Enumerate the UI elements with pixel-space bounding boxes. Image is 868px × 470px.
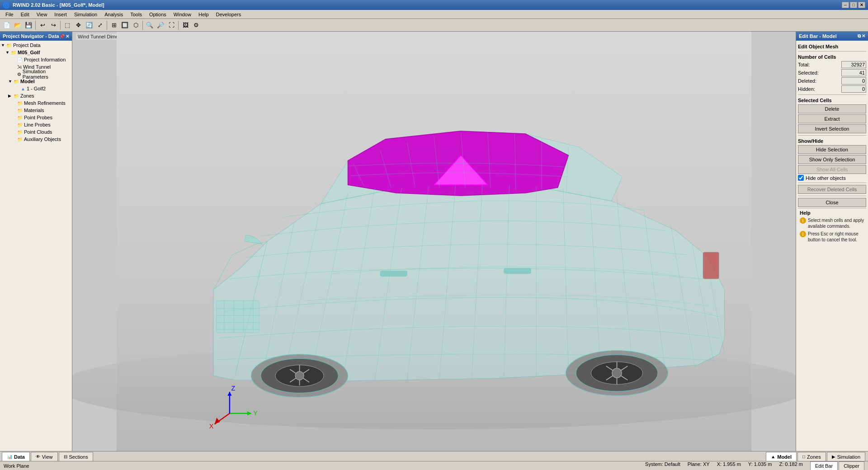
tree-label: Point Probes [24,115,52,120]
doc-icon: 📄 [17,57,23,62]
show-only-selection-button[interactable]: Show Only Selection [798,155,866,164]
menu-edit[interactable]: Edit [17,11,33,18]
menu-developers[interactable]: Developers [212,11,245,18]
expand-project-data[interactable]: ▼ [1,43,5,47]
tree-zones[interactable]: ▶ 📁 Zones [0,92,72,99]
help-item-1: i Select mesh cells and apply available … [800,217,864,229]
status-system: System: Default [645,461,680,470]
tree-sim-params[interactable]: ⚙ Simulation Parameters [0,70,72,78]
toolbar-sep5 [178,21,179,30]
toolbar-select[interactable]: ⬚ [62,20,72,30]
tree-point-clouds[interactable]: 📁 Point Clouds [0,128,72,136]
toolbar-open[interactable]: 📂 [13,20,23,30]
extract-button[interactable]: Extract [798,114,866,123]
maximize-button[interactable]: □ [850,2,857,8]
toolbar-redo[interactable]: ↪ [48,20,58,30]
expand-zones[interactable]: ▶ [8,94,13,98]
tab-view-label: View [42,454,53,460]
tree-materials[interactable]: 📁 Materials [0,107,72,114]
invert-selection-button[interactable]: Invert Selection [798,124,866,133]
toolbar-new[interactable]: 📄 [2,20,12,30]
tree-project-data[interactable]: ▼ 📁 Project Data [0,42,72,49]
folder-icon: 📁 [17,101,23,106]
toolbar-view3d[interactable]: 🔲 [120,20,130,30]
svg-text:Y: Y [253,409,258,417]
tree-label: 1 - Golf2 [27,86,46,91]
folder-icon: 📁 [14,94,19,99]
tab-model[interactable]: ▲ Model [766,452,797,461]
menu-simulation[interactable]: Simulation [71,11,101,18]
menu-tools[interactable]: Tools [127,11,146,18]
close-button[interactable]: ✕ [858,2,865,8]
tree-auxiliary[interactable]: 📁 Auxiliary Objects [0,136,72,143]
hide-selection-button[interactable]: Hide Selection [798,145,866,154]
menu-insert[interactable]: Insert [51,11,71,18]
folder-icon: 📁 [14,79,19,84]
svg-text:Z: Z [231,385,235,392]
tab-view[interactable]: 👁 View [31,452,58,461]
show-hide-label: Show/Hide [798,138,866,144]
tab-data[interactable]: 📊 Data [2,452,30,461]
svg-rect-42 [504,268,531,273]
tree-label: M05_Golf [18,50,40,55]
show-all-cells-button[interactable]: Show All Cells [798,165,866,174]
tab-sections[interactable]: ⊟ Sections [59,452,93,461]
toolbar-zoom-in[interactable]: 🔍 [145,20,155,30]
tab-simulation[interactable]: ▶ Simulation [827,452,865,461]
minimize-button[interactable]: ─ [842,2,849,8]
editbar-tab[interactable]: Edit Bar [810,461,838,470]
tree-project-info[interactable]: 📄 Project Information [0,56,72,63]
tree-line-probes[interactable]: 📁 Line Probes [0,121,72,128]
delete-button[interactable]: Delete [798,104,866,113]
menu-file[interactable]: File [2,11,17,18]
tab-zones[interactable]: □ Zones [797,452,826,461]
tree-m05golf[interactable]: ▼ 📁 M05_Golf [0,49,72,56]
car-mesh-view[interactable]: Y Z X [72,32,796,451]
expand-m05golf[interactable]: ▼ [5,50,10,55]
toolbar-fit[interactable]: ⛶ [166,20,176,30]
tree-label: Zones [20,93,34,99]
tree-label: Simulation Parameters [23,69,72,80]
close-button[interactable]: Close [798,198,866,207]
toolbar-zoom-out[interactable]: 🔎 [156,20,165,30]
total-label: Total: [798,62,810,67]
tree-label: Project Data [13,42,41,48]
toolbar-perspective[interactable]: ⬡ [131,20,141,30]
recover-deleted-button[interactable]: Recover Deleted Cells [798,185,866,194]
divider3 [798,183,866,183]
nav-tree: ▼ 📁 Project Data ▼ 📁 M05_Golf 📄 Project … [0,41,72,451]
toolbar-settings[interactable]: ⚙ [191,20,201,30]
selected-label: Selected: [798,70,819,75]
hide-other-checkbox[interactable] [798,175,804,181]
tree-golf2[interactable]: ▲ 1 - Golf2 [0,85,72,92]
editbar-float[interactable]: ⧉ [858,33,861,39]
clipper-tab[interactable]: Clipper [839,461,864,470]
toolbar-render[interactable]: 🖼 [180,20,190,30]
toolbar-mesh[interactable]: ⊞ [109,20,119,30]
editbar-content: Edit Object Mesh Number of Cells Total: … [796,41,868,451]
toolbar-save[interactable]: 💾 [24,20,33,30]
help-icon-1: i [800,217,806,224]
nav-close[interactable]: ✕ [66,34,69,39]
toolbar-undo[interactable]: ↩ [38,20,47,30]
toolbar-scale[interactable]: ⤢ [95,20,105,30]
tree-label: Project Information [24,57,66,62]
menu-analysis[interactable]: Analysis [101,11,127,18]
svg-rect-41 [380,271,407,276]
menu-options[interactable]: Options [146,11,170,18]
nav-pin[interactable]: 📌 [59,34,65,39]
menu-view[interactable]: View [33,11,51,18]
menu-help[interactable]: Help [195,11,212,18]
help-icon-2: i [800,231,806,237]
tab-model-label: Model [777,454,792,460]
tree-mesh-refinements[interactable]: 📁 Mesh Refinements [0,99,72,107]
toolbar-move[interactable]: ✥ [73,20,83,30]
toolbar-rotate[interactable]: 🔄 [84,20,94,30]
window-controls: ─ □ ✕ [842,2,865,8]
tree-point-probes[interactable]: 📁 Point Probes [0,114,72,121]
menu-window[interactable]: Window [170,11,195,18]
expand-model[interactable]: ▼ [8,79,13,84]
editbar-close[interactable]: ✕ [862,33,865,39]
viewport-3d[interactable]: Wind Tunnel Dimensions: Dx = 15.599 m, D… [72,32,796,451]
divider2 [798,135,866,136]
